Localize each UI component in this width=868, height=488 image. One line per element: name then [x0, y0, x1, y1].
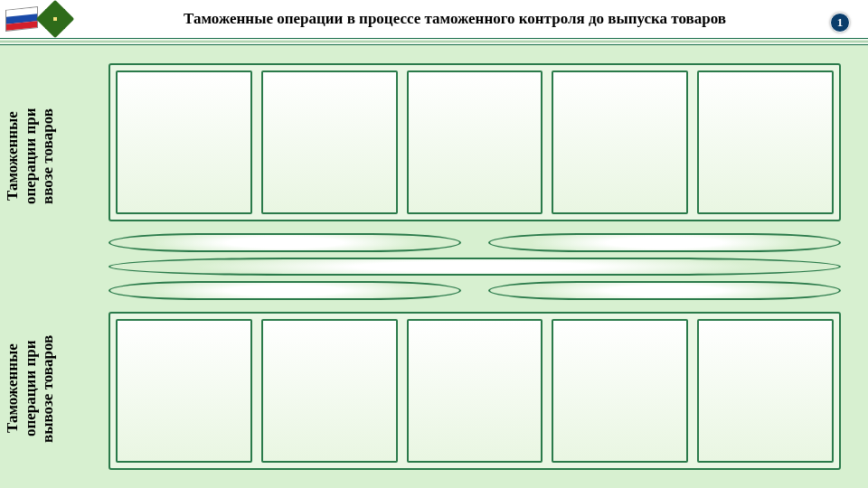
- russia-flag-icon: [5, 6, 38, 32]
- import-label: Таможенные операции при ввозе товаров: [4, 89, 94, 224]
- connector-shape: [488, 233, 841, 252]
- export-cell: [116, 319, 252, 463]
- page-number-badge: 1: [830, 13, 850, 33]
- connector-shape: [108, 281, 461, 300]
- connector-shape: [108, 233, 461, 252]
- import-cell: [552, 70, 688, 214]
- customs-emblem-icon: [36, 0, 74, 38]
- connector-row: [108, 258, 841, 277]
- export-cell: [407, 319, 543, 463]
- export-label: Таможенные операции при вывозе товаров: [4, 316, 94, 461]
- connector-shape: [108, 258, 841, 277]
- middle-connectors: [108, 233, 841, 300]
- connector-row: [108, 233, 841, 252]
- connector-row: [108, 281, 841, 300]
- header-bar: Таможенные операции в процессе таможенно…: [0, 0, 868, 38]
- import-cell: [261, 70, 398, 214]
- import-row: [108, 63, 841, 221]
- logo-group: [0, 0, 69, 38]
- import-cell: [407, 70, 543, 214]
- import-cell: [697, 70, 834, 214]
- export-cell: [552, 319, 688, 463]
- page-title: Таможенные операции в процессе таможенно…: [69, 10, 868, 28]
- diagram-area: Таможенные операции при ввозе товаров Та…: [0, 45, 868, 488]
- connector-shape: [488, 281, 841, 300]
- export-cell: [261, 319, 398, 463]
- export-row: [108, 312, 841, 470]
- export-cell: [697, 319, 834, 463]
- import-cell: [116, 70, 252, 214]
- header-divider: [0, 38, 868, 45]
